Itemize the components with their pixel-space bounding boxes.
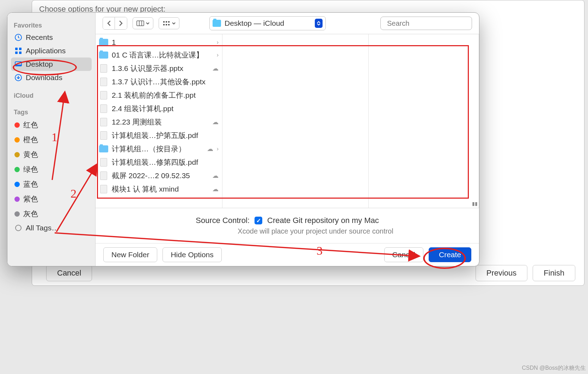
svg-rect-16 xyxy=(166,24,167,25)
wizard-previous-button[interactable]: Previous xyxy=(476,265,528,281)
tag-dot-icon xyxy=(14,167,20,172)
apps-icon xyxy=(14,47,22,55)
wizard-header: Choose options for your new project: xyxy=(32,0,584,14)
sidebar-item-label: Downloads xyxy=(26,73,62,82)
svg-rect-3 xyxy=(15,52,18,54)
cancel-button[interactable]: Cancel xyxy=(384,247,423,262)
file-row[interactable]: 01 C 语言课…比特就业课】› xyxy=(96,48,222,62)
toolbar: Desktop — iCloud xyxy=(96,13,479,34)
file-icon xyxy=(99,105,108,113)
file-name: 1.3.7 认识计…其他设备.pptx xyxy=(112,77,219,87)
sidebar-item-label: Recents xyxy=(26,33,53,42)
file-row[interactable]: 截屏 2022-…2 09.52.35☁ xyxy=(96,169,222,182)
browser-column-1[interactable]: 1›01 C 语言课…比特就业课】›1.3.6 认识显示器.pptx☁1.3.7… xyxy=(96,34,222,208)
view-mode-button[interactable] xyxy=(133,17,153,29)
chevron-left-icon xyxy=(107,20,111,26)
tag-label: 绿色 xyxy=(23,164,38,174)
resize-handle-icon[interactable]: ▮▮ xyxy=(471,200,479,207)
file-name: 01 C 语言课…比特就业课】 xyxy=(112,50,213,60)
file-row[interactable]: 计算机组装…修第四版.pdf xyxy=(96,156,222,169)
save-dialog: Favorites Recents Applications Desktop D… xyxy=(7,12,479,266)
search-box[interactable] xyxy=(380,17,472,30)
chevron-down-icon xyxy=(146,22,149,25)
file-icon xyxy=(99,185,108,193)
tag-dot-icon xyxy=(14,137,20,143)
file-icon xyxy=(99,65,108,72)
sidebar-item-applications[interactable]: Applications xyxy=(11,44,92,58)
sidebar-item-downloads[interactable]: Downloads xyxy=(11,71,92,84)
create-button[interactable]: Create xyxy=(429,247,471,262)
file-icon xyxy=(99,118,108,126)
source-control-label: Source Control: xyxy=(196,216,250,225)
dialog-footer: New Folder Hide Options Cancel Create xyxy=(96,243,479,266)
tag-orange[interactable]: 橙色 xyxy=(11,132,92,147)
browser-column-3[interactable]: ▮▮ xyxy=(369,34,479,208)
file-row[interactable]: 1.3.7 认识计…其他设备.pptx xyxy=(96,75,222,89)
file-name: 截屏 2022-…2 09.52.35 xyxy=(112,171,209,181)
svg-rect-4 xyxy=(19,52,22,54)
svg-rect-6 xyxy=(15,65,22,66)
chevron-right-icon: › xyxy=(217,39,219,46)
tag-dot-icon xyxy=(14,122,20,128)
nav-forward-button[interactable] xyxy=(115,17,127,29)
chevron-right-icon: › xyxy=(217,52,219,58)
folder-icon xyxy=(99,51,108,59)
file-row[interactable]: 计算机组…（按目录）☁› xyxy=(96,142,222,156)
file-row[interactable]: 计算机组装…护第五版.pdf xyxy=(96,129,222,142)
tags-heading: Tags xyxy=(11,106,92,117)
desktop-icon xyxy=(14,60,22,68)
icloud-heading: iCloud xyxy=(11,89,92,101)
tag-dot-icon xyxy=(14,197,20,202)
search-input[interactable] xyxy=(387,19,476,28)
hide-options-button[interactable]: Hide Options xyxy=(163,247,221,262)
svg-point-8 xyxy=(16,225,21,231)
nav-back-button[interactable] xyxy=(103,17,115,29)
chevron-right-icon xyxy=(119,20,123,26)
file-row[interactable]: 模块1 认 算机 xmind☁ xyxy=(96,182,222,196)
svg-rect-13 xyxy=(166,21,167,23)
tag-gray[interactable]: 灰色 xyxy=(11,206,92,221)
cloud-icon: ☁ xyxy=(212,65,219,72)
main-area: Desktop — iCloud 1›01 C 语言课…比特就业课】›1.3.6… xyxy=(96,13,479,266)
source-control-subtext: Xcode will place your project under sour… xyxy=(238,227,393,235)
file-row[interactable]: 1.3.6 认识显示器.pptx☁ xyxy=(96,62,222,75)
file-name: 模块1 认 算机 xmind xyxy=(112,184,209,194)
git-checkbox[interactable]: ✓ xyxy=(255,217,262,224)
file-row[interactable]: 2.1 装机前的准备工作.ppt xyxy=(96,89,222,102)
tag-label: 灰色 xyxy=(23,209,38,219)
file-row[interactable]: 1› xyxy=(96,36,222,48)
watermark: CSDN @Boss的冰糖先生 xyxy=(522,364,586,372)
tag-blue[interactable]: 蓝色 xyxy=(11,177,92,192)
file-row[interactable]: 2.4 组装计算机.ppt xyxy=(96,102,222,115)
file-icon xyxy=(99,78,108,86)
tag-yellow[interactable]: 黄色 xyxy=(11,147,92,162)
git-checkbox-label: Create Git repository on my Mac xyxy=(267,216,379,225)
tag-green[interactable]: 绿色 xyxy=(11,162,92,177)
svg-rect-2 xyxy=(19,48,22,50)
group-button[interactable] xyxy=(159,17,179,29)
cloud-icon: ☁ xyxy=(212,185,219,193)
wizard-finish-button[interactable]: Finish xyxy=(533,265,575,281)
folder-icon xyxy=(213,20,221,27)
downloads-icon xyxy=(14,74,22,82)
file-name: 2.1 装机前的准备工作.ppt xyxy=(112,90,219,100)
file-name: 1.3.6 认识显示器.pptx xyxy=(112,64,209,73)
sidebar-item-all-tags[interactable]: All Tags… xyxy=(11,221,92,235)
wizard-cancel-button[interactable]: Cancel xyxy=(46,265,92,281)
file-icon xyxy=(99,91,108,99)
folder-icon xyxy=(99,38,108,46)
tag-dot-icon xyxy=(14,182,20,187)
svg-rect-14 xyxy=(168,21,170,23)
sidebar-item-recents[interactable]: Recents xyxy=(11,31,92,44)
file-name: 计算机组装…修第四版.pdf xyxy=(112,157,219,167)
file-row[interactable]: 12.23 周测组装☁ xyxy=(96,115,222,129)
file-name: 计算机组装…护第五版.pdf xyxy=(112,131,219,140)
sidebar-item-desktop[interactable]: Desktop xyxy=(11,58,92,71)
tag-dot-icon xyxy=(14,211,20,217)
tag-purple[interactable]: 紫色 xyxy=(11,192,92,206)
sidebar-item-label: Desktop xyxy=(26,60,53,68)
browser-column-2[interactable] xyxy=(222,34,369,208)
new-folder-button[interactable]: New Folder xyxy=(103,247,157,262)
tag-red[interactable]: 红色 xyxy=(11,117,92,132)
path-selector[interactable]: Desktop — iCloud xyxy=(209,16,326,30)
